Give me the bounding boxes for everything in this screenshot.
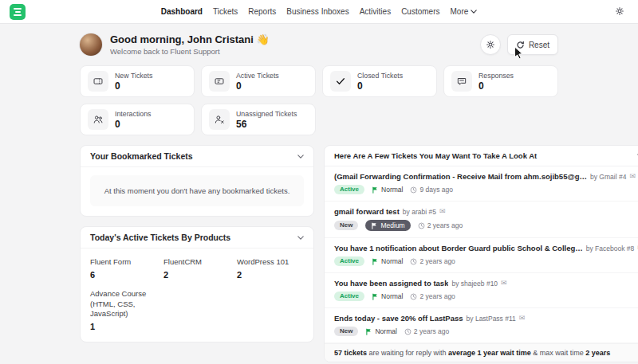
- priority-label: Normal: [375, 327, 396, 335]
- product-count: 1: [90, 322, 163, 331]
- wait-time-summary: 57 tickets are waiting for reply with av…: [325, 343, 638, 362]
- product-name: WordPress 101: [237, 257, 301, 267]
- priority-label: Normal: [381, 186, 403, 194]
- bookmarked-card-title: Your Bookmarked Tickets: [90, 151, 193, 161]
- products-card-title: Today's Active Tickets By Products: [90, 233, 230, 242]
- flag-icon: [372, 186, 379, 194]
- clock-icon: [410, 186, 417, 194]
- priority-badge: Medium: [365, 220, 410, 231]
- status-badge: Active: [334, 256, 364, 266]
- stat-card-new-tickets: New Tickets0: [80, 65, 195, 97]
- stat-label: Active Tickets: [236, 72, 279, 80]
- time-label: 2 years ago: [414, 327, 449, 335]
- nav-item-business-inboxes[interactable]: Business Inboxes: [286, 7, 349, 16]
- products-card-header: Today's Active Tickets By Products: [81, 227, 313, 249]
- ticket-title[interactable]: You have been assigned to task: [334, 279, 448, 288]
- greeting-title: Good morning, John Cristani 👋: [110, 33, 270, 45]
- flag-icon: [372, 293, 379, 300]
- product-name: Fluent Form: [90, 257, 154, 267]
- time-label: 2 years ago: [419, 257, 455, 265]
- product-stat: Fluent Form6: [90, 257, 163, 280]
- stat-value: 0: [357, 80, 403, 92]
- priority-label: Normal: [381, 292, 403, 300]
- priority-badge: Normal: [372, 257, 403, 265]
- fluent-support-logo[interactable]: [10, 4, 26, 20]
- status-badge: New: [334, 327, 358, 336]
- bookmarked-empty-message: At this moment you don't have any bookma…: [90, 175, 304, 206]
- ticket-title[interactable]: You have 1 notification about Border Gua…: [334, 244, 583, 252]
- wait-count: 57 tickets: [334, 349, 367, 357]
- top-navbar: Dashboard Tickets Reports Business Inbox…: [0, 0, 638, 24]
- priority-label: Normal: [381, 257, 403, 265]
- priority-badge: Normal: [372, 292, 403, 300]
- left-column: Your Bookmarked Tickets At this moment y…: [80, 145, 314, 342]
- stat-card-interactions: Interactions0: [80, 104, 195, 135]
- product-stat: WordPress 1012: [237, 257, 304, 280]
- ticket-author: by Gmail #4: [590, 173, 626, 181]
- avg-wait: average 1 year wait time: [448, 349, 531, 357]
- ticket-time: 2 years ago: [410, 292, 455, 300]
- chevron-down-icon: [471, 10, 477, 14]
- stat-value: 0: [236, 80, 279, 92]
- ticket-time: 2 years ago: [410, 257, 455, 265]
- ticket-list-item[interactable]: gmail forward test by arabi #5 ✉ New Med…: [325, 202, 638, 238]
- suggested-card-title: Here Are A Few Tickets You May Want To T…: [334, 151, 537, 160]
- right-column: Here Are A Few Tickets You May Want To T…: [324, 145, 638, 362]
- time-label: 2 years ago: [427, 221, 463, 229]
- product-count: 6: [90, 270, 163, 280]
- product-stat: Advance Course (HTML, CSS, JavaScript)1: [90, 289, 163, 331]
- ticket-title[interactable]: gmail forward test: [334, 207, 400, 216]
- stat-value: 0: [478, 80, 514, 92]
- ticket-list-item[interactable]: (Gmail Forwarding Confirmation - Receive…: [325, 166, 638, 202]
- dashboard-settings-button[interactable]: [480, 34, 501, 55]
- ticket-author: by LastPass #11: [467, 315, 516, 323]
- ticket-title[interactable]: Ends today - save 20% off LastPass: [334, 314, 463, 323]
- nav-item-reports[interactable]: Reports: [248, 7, 276, 16]
- ticket-icon: [209, 71, 230, 92]
- status-badge: Active: [334, 185, 364, 194]
- header-actions: Reset: [480, 34, 558, 55]
- status-badge: New: [334, 221, 358, 230]
- mail-icon: ✉: [439, 208, 446, 215]
- ticket-time: 2 years ago: [404, 327, 449, 335]
- bookmarked-card-header: Your Bookmarked Tickets: [81, 146, 313, 167]
- clock-icon: [410, 258, 417, 265]
- ticket-title[interactable]: (Gmail Forwarding Confirmation - Receive…: [334, 172, 587, 181]
- product-count: 2: [237, 270, 304, 280]
- gear-icon: [485, 39, 496, 50]
- reset-label: Reset: [529, 41, 549, 49]
- product-name: Advance Course (HTML, CSS, JavaScript): [90, 289, 154, 319]
- priority-label: Medium: [380, 221, 404, 229]
- dashboard-columns: Your Bookmarked Tickets At this moment y…: [80, 145, 558, 362]
- ticket-list-item[interactable]: You have been assigned to task by shajee…: [325, 273, 638, 308]
- stat-label: New Tickets: [115, 72, 152, 80]
- reset-button[interactable]: Reset: [507, 34, 558, 55]
- collapse-toggle[interactable]: [297, 236, 304, 240]
- page-header: Good morning, John Cristani 👋 Welcome ba…: [80, 33, 558, 56]
- clock-icon: [418, 222, 425, 229]
- chevron-down-icon: [297, 236, 304, 240]
- ticket-list-item[interactable]: You have 1 notification about Border Gua…: [325, 238, 638, 273]
- nav-item-customers[interactable]: Customers: [401, 7, 439, 16]
- bookmarked-tickets-card: Your Bookmarked Tickets At this moment y…: [80, 145, 314, 217]
- ticket-author: by Facebook #8: [586, 245, 634, 252]
- nav-item-more[interactable]: More: [450, 7, 477, 16]
- ticket-list-item[interactable]: Ends today - save 20% off LastPass by La…: [325, 308, 638, 343]
- nav-item-dashboard[interactable]: Dashboard: [161, 7, 203, 16]
- stat-card-closed-tickets: Closed Tickets0: [322, 65, 437, 97]
- chat-icon: [451, 71, 472, 92]
- ticket-author: by shajeeb #10: [451, 280, 498, 288]
- collapse-toggle[interactable]: [297, 155, 304, 159]
- priority-badge: Normal: [372, 186, 403, 194]
- ticket-time: 9 days ago: [410, 186, 453, 194]
- status-badge: Active: [334, 292, 364, 301]
- ticket-icon: [88, 71, 108, 92]
- global-settings-icon[interactable]: [614, 6, 627, 18]
- nav-item-activities[interactable]: Activities: [360, 7, 391, 16]
- time-label: 9 days ago: [419, 186, 453, 194]
- flag-icon: [372, 258, 379, 265]
- nav-item-tickets[interactable]: Tickets: [213, 7, 238, 16]
- mail-icon: ✉: [519, 315, 526, 322]
- stat-label: Closed Tickets: [357, 72, 403, 80]
- mail-icon: ✉: [629, 173, 636, 180]
